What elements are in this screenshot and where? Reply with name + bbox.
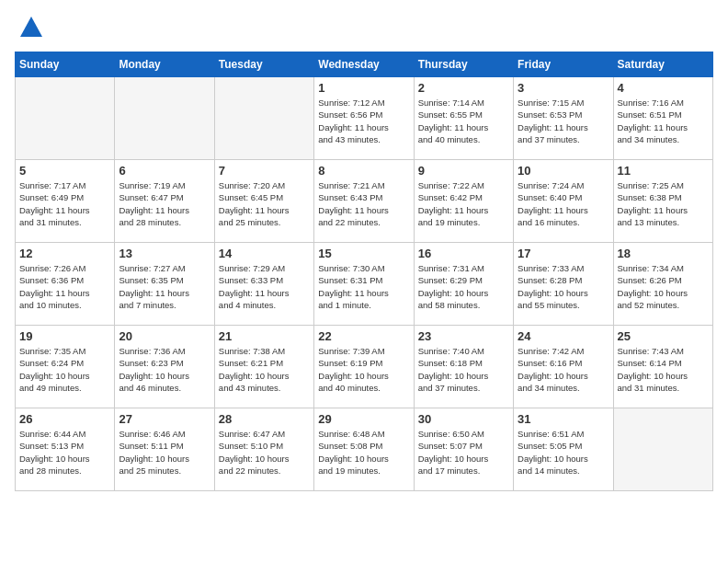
- week-row-3: 12Sunrise: 7:26 AM Sunset: 6:36 PM Dayli…: [16, 243, 713, 326]
- day-info: Sunrise: 7:30 AM Sunset: 6:31 PM Dayligh…: [318, 262, 409, 311]
- page-header: [15, 15, 713, 40]
- day-info: Sunrise: 6:47 AM Sunset: 5:10 PM Dayligh…: [219, 428, 310, 477]
- calendar-cell: 13Sunrise: 7:27 AM Sunset: 6:35 PM Dayli…: [115, 243, 214, 326]
- day-number: 29: [318, 412, 409, 426]
- calendar-cell: 14Sunrise: 7:29 AM Sunset: 6:33 PM Dayli…: [214, 243, 313, 326]
- calendar-cell: 12Sunrise: 7:26 AM Sunset: 6:36 PM Dayli…: [16, 243, 115, 326]
- calendar-cell: 6Sunrise: 7:19 AM Sunset: 6:47 PM Daylig…: [115, 160, 214, 243]
- day-number: 28: [219, 412, 310, 426]
- day-info: Sunrise: 7:43 AM Sunset: 6:14 PM Dayligh…: [618, 345, 709, 394]
- day-info: Sunrise: 7:15 AM Sunset: 6:53 PM Dayligh…: [518, 97, 609, 145]
- day-number: 12: [19, 247, 110, 260]
- day-number: 15: [318, 247, 409, 260]
- calendar-cell: 21Sunrise: 7:38 AM Sunset: 6:21 PM Dayli…: [214, 326, 313, 408]
- weekday-header-row: SundayMondayTuesdayWednesdayThursdayFrid…: [16, 52, 713, 77]
- day-info: Sunrise: 7:38 AM Sunset: 6:21 PM Dayligh…: [219, 345, 310, 394]
- calendar-cell: 30Sunrise: 6:50 AM Sunset: 5:07 PM Dayli…: [414, 408, 513, 491]
- calendar-cell: 19Sunrise: 7:35 AM Sunset: 6:24 PM Dayli…: [16, 326, 115, 408]
- day-number: 19: [19, 329, 110, 343]
- day-info: Sunrise: 7:12 AM Sunset: 6:56 PM Dayligh…: [318, 97, 409, 145]
- weekday-header-tuesday: Tuesday: [214, 52, 313, 77]
- calendar-cell: 17Sunrise: 7:33 AM Sunset: 6:28 PM Dayli…: [514, 243, 613, 326]
- day-info: Sunrise: 7:34 AM Sunset: 6:26 PM Dayligh…: [618, 262, 709, 311]
- weekday-header-monday: Monday: [115, 52, 214, 77]
- day-number: 21: [219, 329, 310, 343]
- day-info: Sunrise: 7:26 AM Sunset: 6:36 PM Dayligh…: [19, 262, 110, 311]
- day-number: 23: [418, 329, 509, 343]
- calendar-table: SundayMondayTuesdayWednesdayThursdayFrid…: [15, 52, 713, 491]
- day-info: Sunrise: 6:50 AM Sunset: 5:07 PM Dayligh…: [418, 428, 509, 477]
- svg-marker-0: [20, 17, 42, 37]
- calendar-cell: 4Sunrise: 7:16 AM Sunset: 6:51 PM Daylig…: [613, 77, 712, 160]
- day-number: 5: [19, 164, 110, 178]
- day-number: 20: [119, 329, 210, 343]
- day-number: 7: [219, 164, 310, 178]
- day-number: 27: [119, 412, 210, 426]
- day-info: Sunrise: 7:40 AM Sunset: 6:18 PM Dayligh…: [418, 345, 509, 394]
- week-row-2: 5Sunrise: 7:17 AM Sunset: 6:49 PM Daylig…: [16, 160, 713, 243]
- calendar-cell: 9Sunrise: 7:22 AM Sunset: 6:42 PM Daylig…: [414, 160, 513, 243]
- day-info: Sunrise: 7:22 AM Sunset: 6:42 PM Dayligh…: [418, 179, 509, 228]
- weekday-header-wednesday: Wednesday: [314, 52, 414, 77]
- day-info: Sunrise: 7:31 AM Sunset: 6:29 PM Dayligh…: [418, 262, 509, 311]
- day-number: 11: [618, 164, 709, 178]
- calendar-cell: [214, 77, 313, 160]
- logo-icon: [18, 15, 44, 40]
- day-number: 10: [518, 164, 609, 178]
- calendar-cell: 10Sunrise: 7:24 AM Sunset: 6:40 PM Dayli…: [514, 160, 613, 243]
- day-info: Sunrise: 7:36 AM Sunset: 6:23 PM Dayligh…: [119, 345, 210, 394]
- day-info: Sunrise: 7:16 AM Sunset: 6:51 PM Dayligh…: [618, 97, 709, 145]
- calendar-cell: 1Sunrise: 7:12 AM Sunset: 6:56 PM Daylig…: [314, 77, 414, 160]
- day-number: 14: [219, 247, 310, 260]
- day-number: 3: [518, 81, 609, 95]
- day-info: Sunrise: 6:46 AM Sunset: 5:11 PM Dayligh…: [119, 428, 210, 477]
- calendar-cell: [115, 77, 214, 160]
- logo: [15, 15, 44, 40]
- day-info: Sunrise: 6:48 AM Sunset: 5:08 PM Dayligh…: [318, 428, 409, 477]
- day-info: Sunrise: 7:20 AM Sunset: 6:45 PM Dayligh…: [219, 179, 310, 228]
- week-row-4: 19Sunrise: 7:35 AM Sunset: 6:24 PM Dayli…: [16, 326, 713, 408]
- day-info: Sunrise: 6:51 AM Sunset: 5:05 PM Dayligh…: [518, 428, 609, 477]
- calendar-cell: 3Sunrise: 7:15 AM Sunset: 6:53 PM Daylig…: [514, 77, 613, 160]
- day-number: 31: [518, 412, 609, 426]
- calendar-cell: 27Sunrise: 6:46 AM Sunset: 5:11 PM Dayli…: [115, 408, 214, 491]
- day-number: 16: [418, 247, 509, 260]
- calendar-cell: 25Sunrise: 7:43 AM Sunset: 6:14 PM Dayli…: [613, 326, 712, 408]
- calendar-cell: 28Sunrise: 6:47 AM Sunset: 5:10 PM Dayli…: [214, 408, 313, 491]
- week-row-1: 1Sunrise: 7:12 AM Sunset: 6:56 PM Daylig…: [16, 77, 713, 160]
- calendar-cell: [16, 77, 115, 160]
- day-number: 1: [318, 81, 409, 95]
- day-info: Sunrise: 7:17 AM Sunset: 6:49 PM Dayligh…: [19, 179, 110, 228]
- day-info: Sunrise: 7:25 AM Sunset: 6:38 PM Dayligh…: [618, 179, 709, 228]
- day-number: 26: [19, 412, 110, 426]
- weekday-header-sunday: Sunday: [16, 52, 115, 77]
- weekday-header-thursday: Thursday: [414, 52, 513, 77]
- calendar-cell: [613, 408, 712, 491]
- day-info: Sunrise: 7:29 AM Sunset: 6:33 PM Dayligh…: [219, 262, 310, 311]
- day-number: 8: [318, 164, 409, 178]
- day-number: 18: [618, 247, 709, 260]
- day-info: Sunrise: 7:33 AM Sunset: 6:28 PM Dayligh…: [518, 262, 609, 311]
- day-number: 24: [518, 329, 609, 343]
- calendar-cell: 18Sunrise: 7:34 AM Sunset: 6:26 PM Dayli…: [613, 243, 712, 326]
- day-number: 30: [418, 412, 509, 426]
- day-info: Sunrise: 7:19 AM Sunset: 6:47 PM Dayligh…: [119, 179, 210, 228]
- calendar-cell: 24Sunrise: 7:42 AM Sunset: 6:16 PM Dayli…: [514, 326, 613, 408]
- calendar-cell: 5Sunrise: 7:17 AM Sunset: 6:49 PM Daylig…: [16, 160, 115, 243]
- calendar-cell: 29Sunrise: 6:48 AM Sunset: 5:08 PM Dayli…: [314, 408, 414, 491]
- day-info: Sunrise: 7:42 AM Sunset: 6:16 PM Dayligh…: [518, 345, 609, 394]
- day-info: Sunrise: 7:21 AM Sunset: 6:43 PM Dayligh…: [318, 179, 409, 228]
- day-number: 13: [119, 247, 210, 260]
- day-number: 17: [518, 247, 609, 260]
- day-number: 22: [318, 329, 409, 343]
- calendar-cell: 7Sunrise: 7:20 AM Sunset: 6:45 PM Daylig…: [214, 160, 313, 243]
- calendar-cell: 22Sunrise: 7:39 AM Sunset: 6:19 PM Dayli…: [314, 326, 414, 408]
- calendar-cell: 11Sunrise: 7:25 AM Sunset: 6:38 PM Dayli…: [613, 160, 712, 243]
- calendar-cell: 20Sunrise: 7:36 AM Sunset: 6:23 PM Dayli…: [115, 326, 214, 408]
- calendar-cell: 26Sunrise: 6:44 AM Sunset: 5:13 PM Dayli…: [16, 408, 115, 491]
- day-info: Sunrise: 7:27 AM Sunset: 6:35 PM Dayligh…: [119, 262, 210, 311]
- weekday-header-saturday: Saturday: [613, 52, 712, 77]
- day-info: Sunrise: 7:39 AM Sunset: 6:19 PM Dayligh…: [318, 345, 409, 394]
- day-number: 2: [418, 81, 509, 95]
- calendar-cell: 31Sunrise: 6:51 AM Sunset: 5:05 PM Dayli…: [514, 408, 613, 491]
